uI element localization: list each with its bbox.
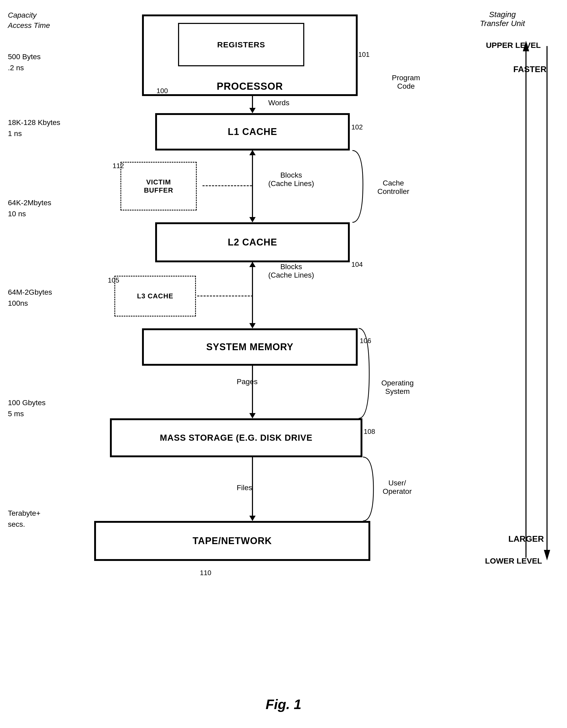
blocks-label1: Blocks (Cache Lines) [268,171,314,188]
ref-108: 108 [364,428,375,436]
label-100g: 100 Gbytes 5 ms [8,397,46,419]
files-label: Files [237,484,252,492]
operating-system-label: Operating System [381,379,414,396]
cache-controller-label: Cache Controller [377,179,409,196]
svg-marker-5 [249,108,256,113]
ref-112: 112 [113,162,124,170]
tape-network-box: TAPE/NETWORK [94,521,370,561]
label-64k: 64K-2Mbytes 10 ns [8,197,51,219]
l2cache-box: L2 CACHE [155,222,350,262]
ref-100: 100 [157,87,168,95]
staging-heading: Staging Transfer Unit [480,10,525,28]
processor-box: REGISTERS PROCESSOR [142,14,358,96]
label-terabyte: Terabyte+ secs. [8,508,41,530]
svg-marker-15 [249,516,256,521]
blocks-label2: Blocks (Cache Lines) [268,263,314,279]
l1cache-box: L1 CACHE [155,113,350,150]
label-64m: 64M-2Gbytes 100ns [8,287,52,309]
ref-105: 105 [108,276,119,284]
ref-101: 101 [358,51,369,59]
svg-marker-7 [249,217,256,222]
ref-104: 104 [351,260,363,269]
svg-marker-8 [249,150,256,155]
label-18k: 18K-128 Kbytes 1 ns [8,117,60,139]
fig-caption: Fig. 1 [266,696,301,712]
svg-marker-13 [249,413,256,418]
svg-marker-11 [249,262,256,267]
svg-marker-10 [249,323,256,328]
system-memory-box: SYSTEM MEMORY [142,328,358,366]
diagram-container: Capacity Access Time Staging Transfer Un… [0,0,567,728]
mass-storage-box: MASS STORAGE (E.G. DISK DRIVE [110,418,362,457]
user-operator-label: User/ Operator [383,479,412,496]
victim-buffer-box: VICTIM BUFFER [121,162,197,210]
capacity-heading: Capacity Access Time [8,10,50,31]
upper-level-label: UPPER LEVEL [486,41,541,50]
words-label: Words [268,99,289,107]
program-code-label: Program Code [392,74,420,91]
ref-110: 110 [200,569,211,577]
larger-label: LARGER [508,534,544,544]
label-500-bytes: 500 Bytes .2 ns [8,51,41,73]
registers-box: REGISTERS [178,23,304,66]
faster-label: FASTER [513,64,546,74]
ref-106: 106 [360,337,371,345]
l3cache-box: L3 CACHE [114,276,196,317]
pages-label: Pages [237,378,258,386]
ref-102: 102 [351,123,363,131]
svg-marker-3 [544,550,550,560]
lower-level-label: LOWER LEVEL [485,556,542,565]
